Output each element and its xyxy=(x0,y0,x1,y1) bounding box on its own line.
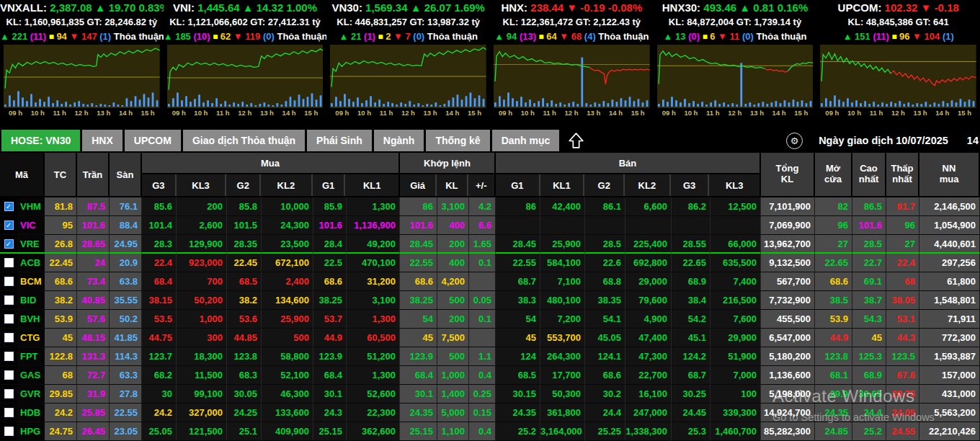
row-checkbox[interactable]: ✓ xyxy=(4,220,14,230)
data-cell: 99,100 xyxy=(177,385,227,404)
table-row-fpt[interactable]: FPT122.8131.3114.3123.718,300123.858,800… xyxy=(0,347,980,366)
data-cell: 1,548,801 xyxy=(919,291,980,310)
checkbox-cell xyxy=(0,272,17,291)
data-cell: 10,000 xyxy=(262,197,313,216)
row-checkbox[interactable] xyxy=(4,408,14,417)
data-cell: 24.95 xyxy=(110,235,142,254)
symbol-cell[interactable]: VIC xyxy=(17,216,45,235)
data-cell: 51,900 xyxy=(710,347,761,366)
scroll-top-icon[interactable] xyxy=(567,132,585,150)
tab-hnx[interactable]: HNX xyxy=(82,130,122,151)
tab-thong-ke[interactable]: Thống kê xyxy=(426,130,489,151)
row-checkbox[interactable] xyxy=(4,333,14,342)
unchanged-count: 6 xyxy=(710,31,718,42)
data-cell: 27 xyxy=(886,235,919,254)
settings-gear-icon[interactable]: ⚙ xyxy=(786,133,803,149)
tab-hose-vn30[interactable]: HOSE: VN30 xyxy=(1,130,80,151)
table-row-ctg[interactable]: CTG4548.1541.8544.7530044.8550044.960,50… xyxy=(0,329,980,347)
row-checkbox[interactable] xyxy=(4,295,14,305)
row-checkbox[interactable] xyxy=(4,427,14,436)
tab-phai-sinh[interactable]: Phái Sinh xyxy=(307,130,372,151)
tab-upcom[interactable]: UPCOM xyxy=(125,130,181,151)
index-arrow-icon: ▼ xyxy=(921,1,935,14)
subcol-header-g1: G1 xyxy=(313,174,346,196)
index-name: VN30: xyxy=(331,1,365,14)
data-cell: 22.65 xyxy=(672,254,710,272)
row-checkbox[interactable] xyxy=(4,389,14,398)
row-checkbox[interactable] xyxy=(4,352,14,361)
data-cell: 9,132,500 xyxy=(761,254,815,272)
data-cell: 51,200 xyxy=(347,347,400,366)
data-cell: 38.7 xyxy=(852,291,886,310)
symbol-cell[interactable]: ACB xyxy=(17,254,45,272)
row-checkbox[interactable]: ✓ xyxy=(4,202,14,211)
advancers-count: ▲ 21 xyxy=(339,31,364,42)
time-tick: 09 h xyxy=(335,108,349,117)
data-cell: 38.2 xyxy=(45,291,77,310)
time-tick: 15 h xyxy=(958,108,971,117)
table-row-bid[interactable]: BID38.240.8535.5538.1550,20038.2134,6003… xyxy=(0,291,980,310)
row-checkbox[interactable] xyxy=(4,314,14,324)
data-cell: 500 xyxy=(437,347,469,366)
row-checkbox[interactable] xyxy=(4,258,14,267)
table-row-bcm[interactable]: BCM68.673.463.868.470068.52,40068.631,20… xyxy=(0,272,980,291)
col-header-nn-mua: NN mua xyxy=(919,153,980,197)
index-volume-line: KL: 48,845,386 GT: 641 xyxy=(816,15,980,29)
data-cell: 123.8 xyxy=(227,347,262,366)
data-cell: 25,900 xyxy=(262,310,313,329)
symbol-cell[interactable]: CTG xyxy=(17,329,45,347)
data-cell: 22,700 xyxy=(625,366,672,385)
tab-nganh[interactable]: Ngành xyxy=(374,130,424,151)
table-row-vre[interactable]: ✓VRE26.828.6524.9528.3129,90028.3523,500… xyxy=(0,235,980,254)
symbol-cell[interactable]: HPG xyxy=(17,422,45,441)
symbol-cell[interactable]: HDB xyxy=(17,404,45,422)
data-cell: 129,900 xyxy=(177,235,227,254)
index-arrow-icon: ▲ xyxy=(739,1,753,14)
data-cell: 45.05 xyxy=(585,329,625,347)
symbol-cell[interactable]: FPT xyxy=(17,347,45,366)
table-row-hdb[interactable]: HDB24.225.8522.5524.2327,00024.25133,600… xyxy=(0,404,980,422)
tab-danh-muc[interactable]: Danh mục xyxy=(492,130,560,151)
time-tick: 10 h xyxy=(194,108,208,117)
symbol-cell[interactable]: VHM xyxy=(17,197,45,216)
symbol-cell[interactable]: BID xyxy=(17,291,45,310)
symbol-cell[interactable]: GVR xyxy=(17,385,45,404)
table-row-acb[interactable]: ACB22.452420.922.4923,00022.45672,10022.… xyxy=(0,254,980,272)
table-row-gvr[interactable]: GVR29.8531.927.83099,10030.0546,30030.15… xyxy=(0,385,980,404)
table-row-bvh[interactable]: BVH53.957.650.253.51,00053.625,90053.71,… xyxy=(0,310,980,329)
row-checkbox[interactable] xyxy=(4,277,14,286)
data-cell: 25.25 xyxy=(585,422,625,441)
table-row-vic[interactable]: ✓VIC95101.688.4101.42,600101.524,300101.… xyxy=(0,216,980,235)
data-cell: 50,200 xyxy=(177,291,227,310)
data-cell: 68.4 xyxy=(313,366,347,385)
row-checkbox[interactable]: ✓ xyxy=(4,239,14,249)
tab-giao-dich-thoa-thuan[interactable]: Giao dịch Thỏa thuận xyxy=(183,130,305,151)
unchanged-count: 62 xyxy=(220,31,233,42)
symbol-cell[interactable]: BCM xyxy=(17,272,45,291)
symbol-cell[interactable]: VRE xyxy=(17,235,45,254)
data-cell: 86.2 xyxy=(672,197,710,216)
table-row-vhm[interactable]: ✓VHM81.887.576.185.620085.810,00085.91,3… xyxy=(0,197,980,216)
data-cell: 86.1 xyxy=(585,197,625,216)
time-tick: 11 h xyxy=(53,108,66,117)
data-cell: 1,136,600 xyxy=(761,366,815,385)
subcol-header-kl1: KL1 xyxy=(345,174,398,196)
symbol-cell[interactable]: GAS xyxy=(17,366,45,385)
data-cell: 0.05 xyxy=(469,291,496,310)
time-tick: 09 h xyxy=(172,108,186,117)
symbol-cell[interactable]: BVH xyxy=(17,310,45,329)
gt-value: 641 xyxy=(933,17,949,27)
data-cell: 225,400 xyxy=(625,235,672,254)
index-change: 0.81 0.16% xyxy=(753,1,808,14)
kl-label: KL: xyxy=(169,17,187,27)
data-cell: 29,000 xyxy=(625,272,672,291)
index-breadth-line: ▲ 151 (11) ■ 96 ▼ 104 (1) xyxy=(816,29,980,45)
table-row-gas[interactable]: GAS6872.763.368.211,50068.352,10068.41,3… xyxy=(0,366,980,385)
row-checkbox[interactable] xyxy=(4,370,14,380)
ceiling-count: (11) xyxy=(30,31,49,42)
table-row-hpg[interactable]: HPG24.7526.4523.0525.05121,50025.1409,90… xyxy=(0,422,980,441)
floor-count: (1) xyxy=(99,31,114,42)
data-cell: 28.65 xyxy=(77,235,110,254)
time-tick: 14 h xyxy=(609,108,623,117)
index-breadth-line: ▲ 185 (10) ■ 62 ▼ 119 (0) Thỏa thuận xyxy=(164,29,327,45)
